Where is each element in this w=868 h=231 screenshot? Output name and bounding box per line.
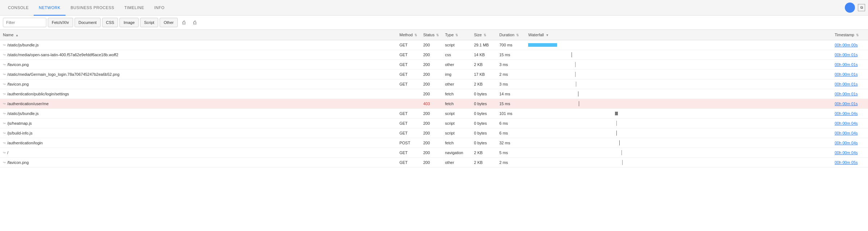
cell-size: 14 KB <box>471 50 496 60</box>
upload-icon[interactable]: ⎙ <box>190 18 199 27</box>
col-header-waterfall[interactable]: Waterfall ▼ <box>525 30 832 40</box>
cell-timestamp[interactable]: 00h 00m 00s <box>832 40 868 50</box>
circle-action-button[interactable] <box>845 3 855 13</box>
cell-waterfall <box>525 79 832 89</box>
waterfall-tick-green <box>576 82 576 87</box>
timestamp-link[interactable]: 00h 00m 01s <box>835 62 858 67</box>
cell-waterfall <box>525 70 832 79</box>
cell-timestamp[interactable]: 00h 00m 04s <box>832 128 868 138</box>
filter-btn-script[interactable]: Script <box>140 18 158 27</box>
cell-timestamp[interactable]: 00h 00m 05s <box>832 158 868 168</box>
waterfall-tick <box>579 101 579 106</box>
timestamp-link[interactable]: 00h 00m 04s <box>835 131 858 135</box>
timestamp-link[interactable]: 00h 00m 01s <box>835 72 858 77</box>
cell-timestamp[interactable]: 00h 00m 04s <box>832 109 868 119</box>
timestamp-link[interactable]: 00h 00m 01s <box>835 102 858 106</box>
filter-btn-document[interactable]: Document <box>75 18 101 27</box>
request-name: /favicon.png <box>7 62 29 67</box>
filter-btn-image[interactable]: Image <box>119 18 139 27</box>
timestamp-link[interactable]: 00h 00m 04s <box>835 150 858 155</box>
cell-timestamp[interactable]: 00h 00m 01s <box>832 99 868 109</box>
filter-btn-css[interactable]: CSS <box>102 18 118 27</box>
cell-status: 200 <box>420 40 442 50</box>
cell-method: GET <box>396 158 420 168</box>
cell-name: ↪/favicon.png <box>0 79 396 89</box>
cell-type: script <box>442 128 471 138</box>
sort-arrow-duration: ⇅ <box>516 33 519 37</box>
cell-name: ↪/ <box>0 148 396 158</box>
timestamp-link[interactable]: 00h 00m 05s <box>835 160 858 165</box>
cell-duration: 14 ms <box>496 89 525 99</box>
cell-waterfall <box>525 50 832 60</box>
tab-business-process[interactable]: BUSINESS PROCESS <box>66 0 119 16</box>
timestamp-link[interactable]: 00h 00m 01s <box>835 53 858 57</box>
timestamp-link[interactable]: 00h 00m 04s <box>835 111 858 116</box>
tab-timeline[interactable]: TIMELINE <box>119 0 149 16</box>
sort-arrow-type: ⇅ <box>455 33 458 37</box>
sort-arrow-size: ⇅ <box>484 33 486 37</box>
cell-duration: 101 ms <box>496 109 525 119</box>
table-row: ↪/static/media/Germain_logo_login.78a706… <box>0 70 868 79</box>
col-header-type[interactable]: Type ⇅ <box>442 30 471 40</box>
cell-status: 200 <box>420 148 442 158</box>
cell-timestamp[interactable]: 00h 00m 01s <box>832 70 868 79</box>
waterfall-tick-green <box>622 160 623 165</box>
cell-type: fetch <box>442 89 471 99</box>
timestamp-link[interactable]: 00h 00m 01s <box>835 82 858 86</box>
filter-btn-fetch-xhr[interactable]: Fetch/Xhr <box>48 18 73 27</box>
cell-timestamp[interactable]: 00h 00m 01s <box>832 60 868 70</box>
cell-waterfall <box>525 89 832 99</box>
table-row: ↪/favicon.pngGET200other2 KB3 ms00h 00m … <box>0 60 868 70</box>
tab-console[interactable]: CONSOLE <box>3 0 34 16</box>
cell-duration: 6 ms <box>496 128 525 138</box>
cell-size: 2 KB <box>471 60 496 70</box>
cell-timestamp[interactable]: 00h 00m 01s <box>832 79 868 89</box>
tab-network[interactable]: NETWORK <box>34 0 66 16</box>
cell-name: ↪/favicon.png <box>0 60 396 70</box>
cell-method: POST <box>396 138 420 148</box>
col-header-name[interactable]: Name ▲ <box>0 30 396 40</box>
timestamp-link[interactable]: 00h 00m 00s <box>835 43 858 47</box>
request-name: /js/heatmap.js <box>7 121 32 125</box>
redirect-icon: ↪ <box>3 141 6 145</box>
tab-info[interactable]: INFO <box>149 0 169 16</box>
cell-method <box>396 99 420 109</box>
redirect-icon: ↪ <box>3 92 6 96</box>
col-header-duration[interactable]: Duration ⇅ <box>496 30 525 40</box>
cell-type: img <box>442 70 471 79</box>
timestamp-link[interactable]: 00h 00m 01s <box>835 92 858 96</box>
cell-timestamp[interactable]: 00h 00m 04s <box>832 119 868 128</box>
col-header-size[interactable]: Size ⇅ <box>471 30 496 40</box>
cell-duration: 700 ms <box>496 40 525 50</box>
cell-size: 2 KB <box>471 79 496 89</box>
cell-status: 200 <box>420 128 442 138</box>
request-name: / <box>7 150 8 155</box>
window-button[interactable]: ⧉ <box>858 4 865 11</box>
cell-waterfall <box>525 60 832 70</box>
cell-size: 0 bytes <box>471 99 496 109</box>
timestamp-link[interactable]: 00h 00m 04s <box>835 121 858 125</box>
cell-timestamp[interactable]: 00h 00m 04s <box>832 148 868 158</box>
cell-type: script <box>442 109 471 119</box>
cell-waterfall <box>525 138 832 148</box>
cell-name: ↪/static/media/Germain_logo_login.78a706… <box>0 70 396 79</box>
waterfall-tick <box>572 52 572 57</box>
sort-arrow-method: ⇅ <box>414 33 417 37</box>
cell-waterfall <box>525 109 832 119</box>
cell-status: 200 <box>420 89 442 99</box>
download-icon[interactable]: ⎙ <box>179 18 189 27</box>
cell-timestamp[interactable]: 00h 00m 01s <box>832 50 868 60</box>
cell-timestamp[interactable]: 00h 00m 01s <box>832 89 868 99</box>
cell-status: 200 <box>420 60 442 70</box>
cell-status: 200 <box>420 70 442 79</box>
col-header-timestamp[interactable]: Timestamp ⇅ <box>832 30 868 40</box>
cell-duration: 32 ms <box>496 138 525 148</box>
filter-input[interactable] <box>3 18 46 27</box>
cell-timestamp[interactable]: 00h 00m 04s <box>832 138 868 148</box>
cell-duration: 15 ms <box>496 99 525 109</box>
cell-size: 0 bytes <box>471 119 496 128</box>
filter-btn-other[interactable]: Other <box>160 18 178 27</box>
col-header-status[interactable]: Status ⇅ <box>420 30 442 40</box>
col-header-method[interactable]: Method ⇅ <box>396 30 420 40</box>
timestamp-link[interactable]: 00h 00m 04s <box>835 141 858 145</box>
